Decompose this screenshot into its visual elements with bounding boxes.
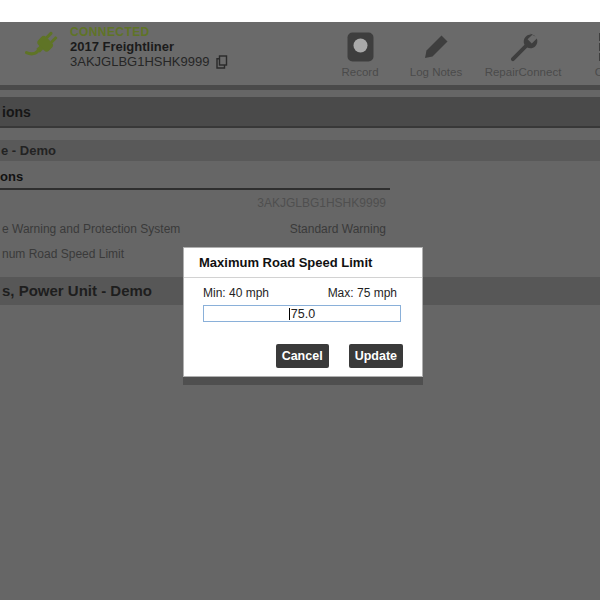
parameter-label: e Warning and Protection System <box>2 221 180 237</box>
vehicle-name: 2017 Freightliner <box>70 39 228 54</box>
record-button[interactable]: Record <box>330 30 390 78</box>
dialog-title: Maximum Road Speed Limit <box>184 248 422 278</box>
copy-vin-icon[interactable] <box>216 55 228 69</box>
repairconnect-button[interactable]: RepairConnect <box>478 30 568 78</box>
oem-button[interactable]: OE <box>578 30 600 78</box>
connection-status: CONNECTED <box>70 25 228 39</box>
vehicle-vin: 3AKJGLBG1HSHK9999 <box>70 54 209 70</box>
max-label: Max: 75 mph <box>328 286 397 300</box>
parameter-value: Standard Warning <box>290 221 386 237</box>
page-background-strip <box>0 0 600 22</box>
text-caret <box>289 308 290 320</box>
record-icon <box>330 30 390 63</box>
table-column-header-vin: 3AKJGLBG1HSHK9999 <box>0 195 386 211</box>
parameter-label: num Road Speed Limit <box>2 246 124 262</box>
oem-icon <box>578 30 600 63</box>
speed-value: 75.0 <box>291 307 315 321</box>
pencil-icon <box>401 30 471 63</box>
connection-plug-icon <box>22 26 62 68</box>
app-window: CONNECTED 2017 Freightliner 3AKJGLBG1HSH… <box>0 0 600 600</box>
speed-value-input[interactable]: 75.0 <box>203 305 401 322</box>
section-header-device[interactable]: e - Demo <box>0 140 600 161</box>
page-title: ions <box>0 97 600 128</box>
parameter-row[interactable]: e Warning and Protection System Standard… <box>0 221 386 237</box>
vehicle-info: CONNECTED 2017 Freightliner 3AKJGLBG1HSH… <box>70 25 228 70</box>
cancel-button[interactable]: Cancel <box>276 344 329 368</box>
min-label: Min: 40 mph <box>203 286 269 300</box>
subsection-header: ons <box>0 167 390 186</box>
update-button[interactable]: Update <box>349 344 403 368</box>
wrench-icon <box>478 30 568 63</box>
vehicle-header: CONNECTED 2017 Freightliner 3AKJGLBG1HSH… <box>0 22 600 90</box>
log-notes-button[interactable]: Log Notes <box>401 30 471 78</box>
speed-limit-dialog: Maximum Road Speed Limit Min: 40 mph Max… <box>183 247 423 377</box>
table-header-underline <box>0 188 390 190</box>
